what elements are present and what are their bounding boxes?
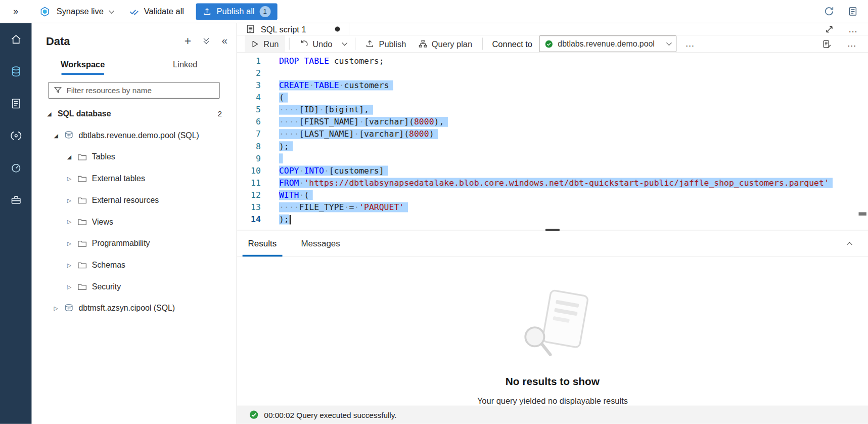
tree-item-label: External tables (92, 174, 145, 183)
toolbar-more-icon[interactable]: … (685, 38, 695, 50)
code-line[interactable] (279, 67, 833, 79)
tab-sql-script-1[interactable]: SQL script 1 (237, 23, 349, 35)
code-line[interactable]: ····[LAST_NAME]·[varchar](8000) (279, 128, 833, 140)
code-line[interactable]: FROM·'https://dbtlabsynapsedatalake.blob… (279, 177, 833, 189)
synapse-logo-icon (39, 6, 51, 17)
mode-label: Synapse live (57, 7, 104, 16)
validate-all-label: Validate all (144, 7, 184, 16)
nav-manage[interactable] (0, 184, 31, 217)
editor-code[interactable]: DROP TABLE customers;CREATE·TABLE·custom… (279, 53, 833, 230)
connect-pool-dropdown[interactable]: dbtlabs.revenue.demo.pool (539, 35, 676, 52)
nav-monitor[interactable] (0, 152, 31, 184)
empty-results-state: No results to show Your query yielded no… (237, 257, 868, 405)
folder-icon (77, 217, 87, 227)
tree-item[interactable]: ◢Tables (31, 146, 236, 168)
tree-item[interactable]: ▷External resources (31, 189, 236, 211)
script-toolbar: Run Undo Publish (237, 35, 868, 53)
collapse-all-icon[interactable] (205, 38, 209, 43)
filter-box (48, 82, 219, 99)
connected-check-icon (544, 39, 553, 48)
collapse-results-icon[interactable] (848, 238, 868, 248)
code-line[interactable]: ( (279, 92, 833, 104)
tree-item[interactable]: ▷dbtmsft.azsyn.cipool (SQL) (31, 298, 236, 319)
undo-button[interactable]: Undo (293, 35, 339, 52)
unsaved-dot-icon (335, 27, 340, 32)
tree-item[interactable]: ▷Views (31, 211, 236, 233)
add-resource-icon[interactable]: + (185, 34, 191, 46)
code-line[interactable]: ····[FIRST_NAME]·[varchar](8000), (279, 116, 833, 128)
tree-item[interactable]: ▷Schemas (31, 254, 236, 276)
release-notes-icon[interactable] (848, 6, 858, 17)
line-number: 8 (237, 140, 279, 152)
left-nav-rail (0, 23, 31, 424)
code-line[interactable]: DROP TABLE customers; (279, 55, 833, 67)
tree-item[interactable]: ◢SQL database2 (31, 103, 236, 124)
expand-editor-icon[interactable] (825, 25, 834, 34)
collapse-panel-icon[interactable]: « (222, 34, 228, 47)
tree-item[interactable]: ▷Programmability (31, 232, 236, 254)
nav-integrate[interactable] (0, 120, 31, 152)
pool-value: dbtlabs.revenue.demo.pool (558, 39, 662, 49)
toolbar-right-more-icon[interactable]: … (847, 38, 857, 50)
code-line[interactable]: ); (279, 140, 833, 152)
mode-selector[interactable]: Synapse live (31, 0, 121, 23)
topbar-actions (824, 6, 868, 17)
code-line[interactable]: ); (279, 214, 833, 226)
tab-workspace[interactable]: Workspace (31, 54, 134, 75)
chevron-down-icon (109, 8, 114, 13)
refresh-icon[interactable] (824, 6, 835, 17)
code-line[interactable]: ····[ID]·[bigint], (279, 104, 833, 116)
tab-messages[interactable]: Messages (295, 231, 345, 257)
line-number: 5 (237, 104, 279, 116)
expand-rail-icon[interactable]: » (0, 7, 31, 17)
integrate-icon (10, 130, 22, 142)
undo-dropdown-button[interactable] (339, 35, 351, 52)
run-button[interactable]: Run (245, 35, 285, 52)
code-line[interactable]: ····FILE_TYPE·=·'PARQUET' (279, 201, 833, 214)
success-check-icon (249, 410, 259, 419)
chevron-down-icon (666, 40, 671, 46)
nav-home[interactable] (0, 23, 31, 56)
collapse-twisty-icon[interactable]: ◢ (52, 132, 61, 138)
query-plan-label: Query plan (432, 39, 472, 49)
query-status-bar: 00:00:02 Query executed successfully. (237, 406, 868, 424)
panel-resize-handle[interactable] (545, 229, 560, 231)
tab-linked[interactable]: Linked (134, 54, 237, 75)
data-panel: Data + « Workspace Linked ◢SQL database2… (31, 23, 237, 424)
text-cursor-icon (290, 215, 291, 225)
expand-twisty-icon[interactable]: ▷ (65, 240, 74, 246)
expand-twisty-icon[interactable]: ▷ (65, 197, 74, 203)
validate-all-button[interactable]: Validate all (121, 0, 192, 23)
collapse-twisty-icon[interactable]: ◢ (45, 110, 54, 116)
publish-button[interactable]: Publish (359, 35, 412, 52)
sql-editor[interactable]: 1234567891011121314 DROP TABLE customers… (237, 53, 868, 230)
tab-more-icon[interactable]: … (848, 24, 858, 35)
tree-item[interactable]: ▷External tables (31, 167, 236, 189)
expand-twisty-icon[interactable]: ▷ (52, 305, 61, 311)
query-plan-icon (418, 39, 427, 49)
collapse-twisty-icon[interactable]: ◢ (65, 154, 74, 160)
expand-twisty-icon[interactable]: ▷ (65, 262, 74, 268)
synapse-studio-window: » Synapse live Validate all Publish all … (0, 0, 868, 424)
sql-script-icon (246, 24, 255, 34)
code-line[interactable]: COPY·INTO·[customers] (279, 164, 833, 177)
filter-input[interactable] (66, 86, 214, 95)
monitor-icon (10, 162, 22, 174)
publish-count-badge: 1 (259, 6, 270, 17)
folder-icon (77, 282, 87, 291)
code-line[interactable]: WITH·( (279, 189, 833, 201)
line-number: 3 (237, 79, 279, 92)
query-plan-button[interactable]: Query plan (412, 35, 478, 52)
expand-twisty-icon[interactable]: ▷ (65, 176, 74, 182)
nav-data[interactable] (0, 56, 31, 88)
properties-icon[interactable] (822, 39, 832, 49)
code-line[interactable] (279, 152, 833, 164)
tab-results[interactable]: Results (243, 231, 283, 257)
tree-item[interactable]: ▷Security (31, 276, 236, 298)
nav-develop[interactable] (0, 88, 31, 120)
expand-twisty-icon[interactable]: ▷ (65, 219, 74, 225)
expand-twisty-icon[interactable]: ▷ (65, 283, 74, 289)
tree-item[interactable]: ◢dbtlabs.revenue.demo.pool (SQL) (31, 124, 236, 146)
publish-all-button[interactable]: Publish all 1 (196, 3, 277, 20)
code-line[interactable]: CREATE·TABLE·customers (279, 79, 833, 92)
